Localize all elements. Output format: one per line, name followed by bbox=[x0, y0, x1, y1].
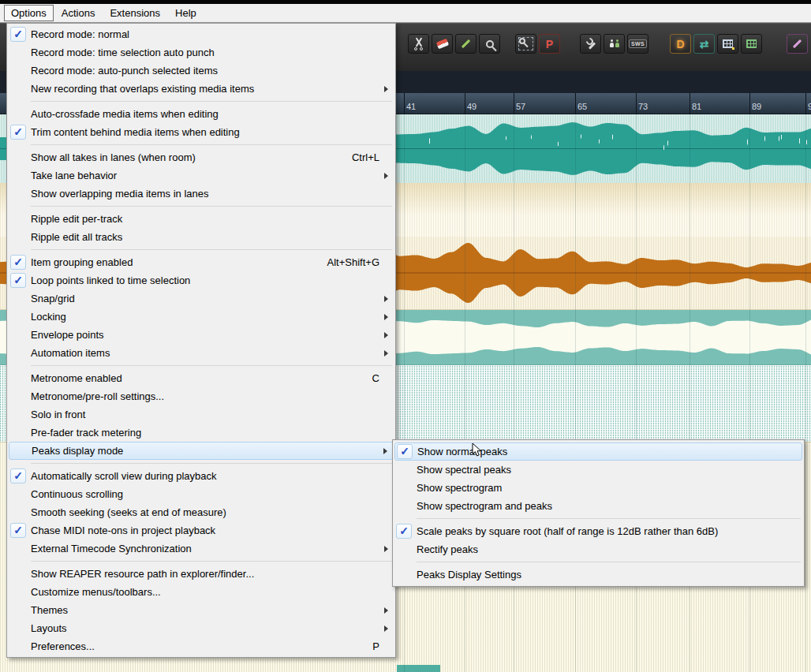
auto-punch-icon[interactable]: P bbox=[539, 34, 560, 54]
submenu-arrow-icon bbox=[384, 173, 388, 179]
repeat-state-icon[interactable]: D bbox=[670, 34, 691, 54]
menu-item-peaks-display-settings[interactable]: Peaks Display Settings bbox=[394, 566, 802, 584]
menu-item-record-mode-normal[interactable]: ✓Record mode: normal bbox=[9, 25, 394, 43]
menu-item-show-reaper-resource-path-in-explorer-find[interactable]: Show REAPER resource path in explorer/fi… bbox=[9, 565, 394, 583]
menu-item-label: Show spectral peaks bbox=[417, 464, 511, 476]
menu-item-show-spectrogram-and-peaks[interactable]: Show spectrogram and peaks bbox=[394, 497, 802, 515]
menu-item-record-mode-time-selection-auto-punch[interactable]: Record mode: time selection auto punch bbox=[9, 43, 394, 62]
menu-item-label: Ripple edit all tracks bbox=[31, 231, 122, 243]
menubar-item-options[interactable]: Options bbox=[4, 5, 54, 21]
menu-item-continuous-scrolling[interactable]: Continuous scrolling bbox=[9, 485, 394, 503]
menu-item-label: Metronome enabled bbox=[31, 372, 122, 384]
menu-item-label: Preferences... bbox=[31, 640, 95, 652]
menu-item-loop-points-linked-to-time-selection[interactable]: ✓Loop points linked to time selection bbox=[9, 271, 394, 289]
menubar-item-actions[interactable]: Actions bbox=[54, 5, 103, 21]
submenu-arrow-icon bbox=[384, 607, 388, 614]
grid-line bbox=[575, 114, 576, 672]
menu-separator bbox=[7, 141, 395, 148]
menu-item-record-mode-auto-punch-selected-items[interactable]: Record mode: auto-punch selected items bbox=[9, 62, 394, 80]
menu-item-item-grouping-enabled[interactable]: ✓Item grouping enabledAlt+Shift+G bbox=[9, 253, 394, 271]
marquee-zoom-icon[interactable] bbox=[515, 34, 536, 54]
pencil-icon[interactable] bbox=[455, 34, 477, 54]
grid-items-icon[interactable] bbox=[741, 34, 762, 54]
sync-arrows-icon[interactable]: ⇄ bbox=[693, 34, 715, 54]
menubar-item-help[interactable]: Help bbox=[168, 5, 204, 21]
submenu-arrow-icon bbox=[384, 332, 388, 338]
zoom-tool-icon[interactable] bbox=[479, 34, 500, 54]
menu-item-locking[interactable]: Locking bbox=[9, 308, 394, 326]
ruler-tick bbox=[575, 93, 576, 114]
menu-item-label: Show spectrogram bbox=[417, 482, 502, 494]
menu-item-metronome-enabled[interactable]: Metronome enabledC bbox=[9, 369, 394, 387]
menu-item-label: Show normal peaks bbox=[417, 446, 507, 457]
menu-item-layouts[interactable]: Layouts bbox=[9, 619, 394, 637]
menu-item-show-spectrogram[interactable]: Show spectrogram bbox=[394, 479, 802, 497]
peaks-display-submenu: ✓Show normal peaksShow spectral peaksSho… bbox=[392, 439, 805, 587]
menu-separator bbox=[7, 558, 395, 565]
check-icon: ✓ bbox=[397, 444, 413, 459]
menu-item-label: Snap/grid bbox=[31, 293, 75, 304]
menu-item-automation-items[interactable]: Automation items bbox=[9, 344, 394, 362]
menu-item-label: Record mode: time selection auto punch bbox=[31, 47, 215, 58]
actions-icon[interactable] bbox=[604, 34, 625, 54]
midi-edit-icon[interactable] bbox=[787, 34, 808, 54]
menu-item-label: Automation items bbox=[31, 347, 110, 359]
menu-item-themes[interactable]: Themes bbox=[9, 601, 394, 619]
menu-item-snap-grid[interactable]: Snap/grid bbox=[9, 289, 394, 308]
menu-item-label: Rectify peaks bbox=[417, 543, 478, 555]
menu-item-label: Chase MIDI note-ons in project playback bbox=[31, 525, 215, 536]
menu-item-ripple-edit-per-track[interactable]: Ripple edit per-track bbox=[9, 210, 394, 228]
grid-line bbox=[749, 114, 750, 672]
menu-item-auto-crossfade-media-items-when-editing[interactable]: Auto-crossfade media items when editing bbox=[9, 105, 394, 123]
menu-item-label: Scale peaks by square root (half of rang… bbox=[417, 525, 718, 537]
menu-item-label: Trim content behind media items when edi… bbox=[31, 126, 240, 138]
menu-item-show-normal-peaks[interactable]: ✓Show normal peaks bbox=[394, 442, 802, 461]
ruler-tick bbox=[636, 93, 637, 114]
menu-item-label: Peaks display mode bbox=[32, 445, 123, 457]
menu-item-scale-peaks-by-square-root-half-of-range-i[interactable]: ✓Scale peaks by square root (half of ran… bbox=[394, 522, 802, 540]
ruler-label: 49 bbox=[467, 102, 477, 111]
menu-item-peaks-display-mode[interactable]: Peaks display mode bbox=[9, 442, 394, 460]
menu-item-smooth-seeking-seeks-at-end-of-measure[interactable]: Smooth seeking (seeks at end of measure) bbox=[9, 503, 394, 521]
menu-item-take-lane-behavior[interactable]: Take lane behavior bbox=[9, 166, 394, 185]
menu-item-pre-fader-track-metering[interactable]: Pre-fader track metering bbox=[9, 424, 394, 442]
menu-item-new-recording-that-overlaps-existing-media[interactable]: New recording that overlaps existing med… bbox=[9, 80, 394, 98]
menu-item-label: Show overlapping media items in lanes bbox=[31, 188, 208, 200]
menu-separator bbox=[7, 460, 395, 467]
menu-item-external-timecode-synchronization[interactable]: External Timecode Synchronization bbox=[9, 539, 394, 558]
menu-item-envelope-points[interactable]: Envelope points bbox=[9, 326, 394, 344]
shortcut-label: C bbox=[372, 369, 379, 387]
menu-item-solo-in-front[interactable]: Solo in front bbox=[9, 405, 394, 424]
menu-item-show-all-takes-in-lanes-when-room[interactable]: Show all takes in lanes (when room)Ctrl+… bbox=[9, 148, 394, 166]
toolbar-icons: PSWSD⇄ bbox=[408, 34, 810, 54]
menu-item-label: Continuous scrolling bbox=[31, 488, 123, 500]
submenu-arrow-icon bbox=[384, 546, 388, 552]
grid-lock-icon[interactable] bbox=[717, 34, 738, 54]
menu-item-metronome-pre-roll-settings[interactable]: Metronome/pre-roll settings... bbox=[9, 387, 394, 405]
menu-item-show-overlapping-media-items-in-lanes[interactable]: Show overlapping media items in lanes bbox=[9, 185, 394, 203]
menu-item-label: Layouts bbox=[31, 622, 67, 634]
submenu-arrow-icon bbox=[384, 314, 388, 320]
menu-item-ripple-edit-all-tracks[interactable]: Ripple edit all tracks bbox=[9, 228, 394, 246]
wrench-icon[interactable] bbox=[580, 34, 601, 54]
scissors-icon[interactable] bbox=[408, 34, 429, 54]
sws-extension-icon[interactable]: SWS bbox=[627, 34, 648, 54]
check-icon: ✓ bbox=[10, 273, 26, 288]
menu-item-rectify-peaks[interactable]: Rectify peaks bbox=[394, 540, 802, 558]
menu-separator bbox=[7, 362, 395, 369]
menu-item-label: Automatically scroll view during playbac… bbox=[31, 470, 217, 482]
menu-item-label: Show REAPER resource path in explorer/fi… bbox=[31, 568, 254, 580]
eraser-icon[interactable] bbox=[432, 34, 453, 54]
check-icon: ✓ bbox=[10, 27, 26, 42]
menu-item-trim-content-behind-media-items-when-editi[interactable]: ✓Trim content behind media items when ed… bbox=[9, 123, 394, 141]
menu-item-automatically-scroll-view-during-playback[interactable]: ✓Automatically scroll view during playba… bbox=[9, 467, 394, 485]
ruler-tick bbox=[404, 93, 405, 114]
menu-item-label: Pre-fader track metering bbox=[31, 427, 141, 439]
menu-item-preferences[interactable]: Preferences...P bbox=[9, 637, 394, 655]
ruler-label: 57 bbox=[516, 102, 525, 111]
menu-item-label: Envelope points bbox=[31, 329, 104, 341]
menu-item-customize-menus-toolbars[interactable]: Customize menus/toolbars... bbox=[9, 583, 394, 601]
menu-item-chase-midi-note-ons-in-project-playback[interactable]: ✓Chase MIDI note-ons in project playback bbox=[9, 521, 394, 539]
menu-item-show-spectral-peaks[interactable]: Show spectral peaks bbox=[394, 461, 802, 479]
menubar-item-extensions[interactable]: Extensions bbox=[103, 5, 167, 21]
